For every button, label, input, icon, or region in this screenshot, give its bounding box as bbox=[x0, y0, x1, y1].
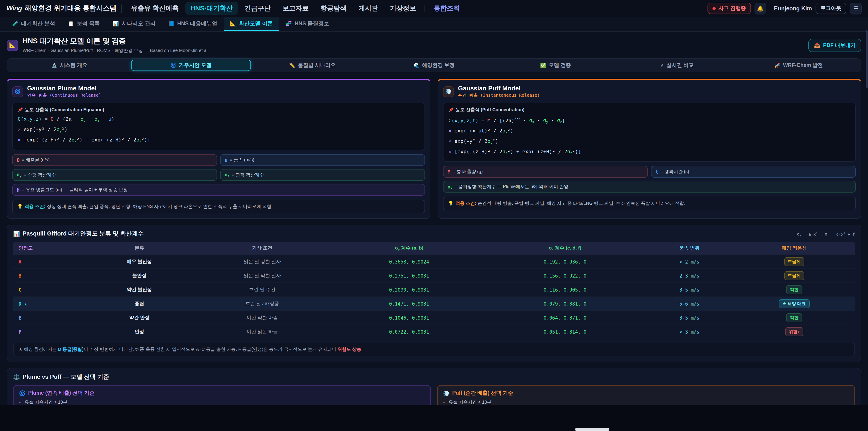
plume-equation: C(x,y,z) = Q / (2π · σy · σz · u)× exp(-… bbox=[18, 115, 420, 146]
pin-icon: 📌 bbox=[448, 107, 454, 112]
selection-column-label: Plume (연속 배출) 선택 기준 bbox=[28, 390, 95, 397]
cell-weather-condition: 맑은 날 약한 일사 bbox=[191, 269, 334, 283]
plume-note-label: 적용 조건: bbox=[25, 204, 45, 209]
section-tab-icon: ✅ bbox=[540, 62, 546, 68]
stability-table: 안정도분류기상 조건σy 계수 (a, b)σz 계수 (c, d, f)풍속 … bbox=[13, 242, 855, 339]
nav-item-HNS·대기확산[interactable]: HNS·대기확산 bbox=[186, 2, 238, 15]
puff-note-label: 적용 조건: bbox=[456, 201, 476, 206]
check-icon: ✓ bbox=[19, 399, 22, 405]
selection-title: ⚖️Plume vs Puff — 모델 선택 기준 bbox=[13, 373, 855, 381]
cell-stability-grade: A bbox=[13, 255, 88, 269]
gaussian-puff-card: 💨 Gaussian Puff Model 순간 방출 (Instantaneo… bbox=[438, 79, 861, 219]
parameter-text: = 연직 확산계수 bbox=[232, 172, 264, 178]
nav-item-기상정보[interactable]: 기상정보 bbox=[385, 2, 421, 15]
nav-item-긴급구난[interactable]: 긴급구난 bbox=[240, 2, 276, 15]
model-cards: 🌀 Gaussian Plume Model 연속 방출 (Continuous… bbox=[7, 79, 861, 219]
section-tab-icon: ⚡ bbox=[660, 63, 664, 68]
section-tab-label: 모델 검증 bbox=[549, 62, 571, 69]
puff-title: Gaussian Puff Model bbox=[458, 85, 540, 92]
tab-HNS 물질정보[interactable]: 🧬HNS 물질정보 bbox=[280, 17, 335, 31]
tab-확산모델 이론[interactable]: 📐확산모델 이론 bbox=[224, 17, 279, 31]
cell-weather-condition: 맑은 날 강한 일사 bbox=[191, 255, 334, 269]
page-title: HNS 대기확산 모델 이론 및 검증 bbox=[23, 37, 209, 46]
puff-subtitle: 순간 방출 (Instantaneous Release) bbox=[458, 93, 540, 98]
cell-classification: 약간 불안정 bbox=[88, 283, 191, 297]
tab-icon: 📘 bbox=[168, 21, 174, 27]
hamburger-icon: ☰ bbox=[853, 5, 858, 11]
table-row-grade-E: E약간 안정야간 약한 바람0.1046, 0.90310.064, 0.871… bbox=[13, 311, 855, 325]
plume-title: Gaussian Plume Model bbox=[27, 85, 101, 92]
tab-시나리오 관리[interactable]: 📊시나리오 관리 bbox=[107, 17, 161, 31]
cell-weather-condition: 야간 약한 바람 bbox=[191, 311, 334, 325]
brand-mark: Wing bbox=[6, 4, 22, 12]
nav-item-통합조회[interactable]: 통합조회 bbox=[429, 2, 465, 15]
tab-분석 목록[interactable]: 📋분석 목록 bbox=[62, 17, 106, 31]
pg-section-title: 📊Pasquill-Gifford 대기안정도 분류 및 확산계수 bbox=[13, 230, 144, 238]
section-tab-label: 가우시안 모델 bbox=[179, 62, 211, 69]
sigma-formula-note: σy = a·xb , σz = c·xd + f bbox=[797, 232, 855, 237]
model-selection-section: ⚖️Plume vs Puff — 모델 선택 기준 🌀Plume (연속 배출… bbox=[7, 368, 861, 405]
cell-classification: 불안정 bbox=[88, 269, 191, 283]
selection-column-purple: 🌀Plume (연속 배출) 선택 기준✓유출 지속시간 > 10분✓탱크 균열… bbox=[13, 386, 431, 405]
puff-parameters: M= 총 배출량 (g)t= 경과시간 (s)σx= 풍하방향 확산계수 — P… bbox=[443, 166, 856, 193]
tab-HNS 대응매뉴얼[interactable]: 📘HNS 대응매뉴얼 bbox=[162, 17, 223, 31]
parameter-text: = 배출률 (g/s) bbox=[22, 157, 50, 163]
page-subtitle: WRF-Chem · Gaussian Plume/Puff · ROMS · … bbox=[23, 48, 209, 54]
incident-status-badge[interactable]: 사고 진행중 bbox=[708, 3, 751, 14]
section-tab-모델 검증[interactable]: ✅모델 검증 bbox=[496, 60, 616, 71]
cell-weather-condition: 흐린 날 주간 bbox=[191, 283, 334, 297]
puff-equation-label: 📌농도 산출식 (Puff Concentration) bbox=[448, 107, 850, 113]
top-navbar: Wing 해양환경 위기대응 통합시스템 유출유 확산예측HNS·대기확산긴급구… bbox=[0, 0, 868, 17]
horizontal-scrollbar-thumb[interactable] bbox=[575, 428, 610, 431]
tab-icon: 📊 bbox=[113, 21, 119, 27]
spiral-icon: 🌀 bbox=[14, 89, 21, 94]
bell-icon: 🔔 bbox=[757, 5, 764, 11]
menu-button[interactable]: ☰ bbox=[850, 2, 862, 14]
parameter-box: M= 총 배출량 (g) bbox=[443, 166, 648, 178]
cell-marine-applicability: 위험↑ bbox=[734, 325, 855, 339]
section-tab-label: 물질별 시나리오 bbox=[298, 62, 336, 69]
parameter-box: t= 경과시간 (s) bbox=[651, 166, 856, 178]
nav-item-유출유 확산예측[interactable]: 유출유 확산예측 bbox=[126, 2, 184, 15]
parameter-symbol: t bbox=[655, 169, 658, 175]
tab-icon: 🧪 bbox=[12, 21, 18, 27]
vertical-scrollbar-thumb[interactable] bbox=[866, 30, 868, 88]
cell-marine-applicability: 드물게 bbox=[734, 255, 855, 269]
section-tab-물질별 시나리오[interactable]: ✏️물질별 시나리오 bbox=[252, 60, 372, 71]
app-logo[interactable]: Wing 해양환경 위기대응 통합시스템 bbox=[6, 4, 117, 13]
section-tab-해양환경 보정[interactable]: 🌊해양환경 보정 bbox=[374, 60, 494, 71]
divider bbox=[121, 4, 122, 12]
nav-item-게시판[interactable]: 게시판 bbox=[353, 2, 383, 15]
system-title: 해양환경 위기대응 통합시스템 bbox=[25, 4, 117, 13]
nav-item-항공탐색[interactable]: 항공탐색 bbox=[315, 2, 352, 15]
tab-대기확산 분석[interactable]: 🧪대기확산 분석 bbox=[6, 17, 61, 31]
plume-equation-label: 📌농도 산출식 (Concentration Equation) bbox=[18, 107, 420, 113]
selection-columns: 🌀Plume (연속 배출) 선택 기준✓유출 지속시간 > 10분✓탱크 균열… bbox=[13, 386, 855, 405]
section-tab-실시간 비교[interactable]: ⚡실시간 비교 bbox=[617, 60, 737, 71]
bulb-icon: 💡 bbox=[17, 204, 23, 209]
notifications-button[interactable]: 🔔 bbox=[754, 2, 766, 14]
cell-weather-condition: 흐린 날 / 해상풍 bbox=[191, 297, 334, 311]
equation-line: C(x,y,z,t) = M / [(2π)3/2 · σx · σy · σz… bbox=[448, 115, 850, 127]
section-tab-WRF-Chem 발전[interactable]: 🚀WRF-Chem 발전 bbox=[739, 60, 859, 71]
logout-button[interactable]: 로그아웃 bbox=[815, 3, 846, 14]
cell-sigma-y-coefficients: 0.2090, 0.9031 bbox=[333, 283, 485, 297]
cell-marine-applicability: 드물게 bbox=[734, 269, 855, 283]
cell-stability-grade: F bbox=[13, 325, 88, 339]
cell-stability-grade: E bbox=[13, 311, 88, 325]
puff-note-text: 순간적 대량 방출, 폭발·탱크 파열. 해양 사고 중 LPG/LNG 탱크 … bbox=[477, 201, 685, 206]
cell-stability-grade: D ★ bbox=[13, 297, 88, 311]
selection-column-title: 🌀Plume (연속 배출) 선택 기준 bbox=[19, 390, 425, 397]
tab-label: 대기확산 분석 bbox=[21, 20, 55, 28]
table-footnote: ★ 해양 환경에서는 D 등급(중립)이 가장 빈번하게 나타남. 해풍·육풍 … bbox=[13, 343, 855, 357]
criteria-item: ✓유출 지속시간 > 10분 bbox=[19, 399, 425, 405]
parameter-text: = 경과시간 (s) bbox=[661, 169, 689, 175]
section-tab-가우시안 모델[interactable]: 🌀가우시안 모델 bbox=[131, 60, 251, 71]
column-header: 해양 적용성 bbox=[734, 242, 855, 255]
nav-item-보고자료[interactable]: 보고자료 bbox=[278, 2, 314, 15]
table-row-grade-F: F안정야간 맑은 하늘0.0722, 0.90310.051, 0.814, 0… bbox=[13, 325, 855, 339]
section-tab-label: 시스템 개요 bbox=[60, 62, 87, 69]
pdf-export-button[interactable]: 📤 PDF 내보내기 bbox=[809, 39, 861, 52]
cell-sigma-z-coefficients: 0.051, 0.814, 0 bbox=[485, 325, 645, 339]
section-tab-시스템 개요[interactable]: 🔬시스템 개요 bbox=[9, 60, 129, 71]
